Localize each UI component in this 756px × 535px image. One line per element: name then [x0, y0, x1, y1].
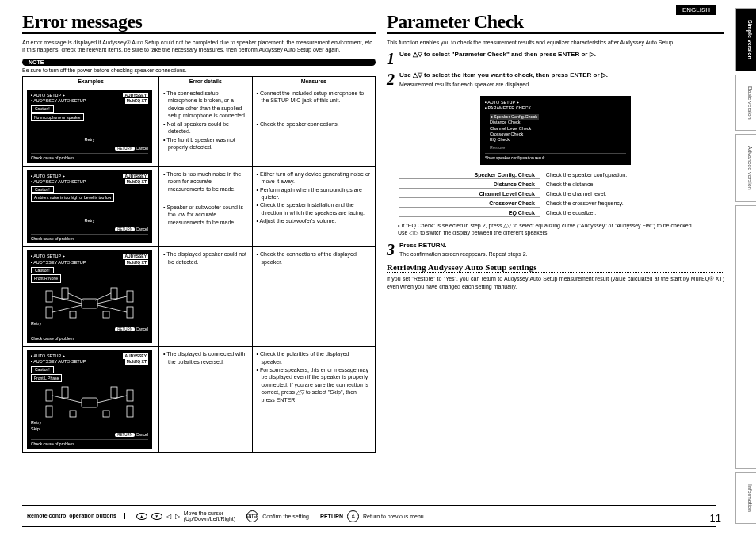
step-3: 3 Press RETURN. The confirmation screen …	[387, 242, 724, 258]
parameter-check-screen: ▪ AUTO SETUP ▸ ▪ PARAMETER CHECK ▸Speake…	[480, 96, 631, 165]
example-screen-4: ▪ AUTO SETUP ▸ AUDYSSEY ▪ AUDYSSEY AUTO …	[27, 350, 152, 449]
svg-rect-17	[127, 390, 133, 401]
svg-rect-2	[127, 291, 133, 302]
svg-line-24	[52, 396, 82, 403]
svg-rect-18	[62, 387, 68, 398]
tab-basic[interactable]: Basic version	[735, 75, 756, 132]
note-badge: NOTE	[22, 59, 376, 66]
step-number: 3	[387, 242, 395, 258]
step-2: 2 Use △▽ to select the item you want to …	[387, 71, 724, 87]
example-screen-2: ▪ AUTO SETUP ▸ AUDYSSEY ▪ AUDYSSEY AUTO …	[27, 170, 152, 244]
cursor-group: ▲ ▼ ◁ ▷ Move the cursor (Up/Down/Left/Ri…	[136, 510, 235, 522]
table-row: ▪ AUTO SETUP ▸ AUDYSSEY ▪ AUDYSSEY AUTO …	[23, 347, 376, 453]
retrieving-text: If you set "Restore" to "Yes", you can r…	[387, 275, 724, 290]
checks-table: Speaker Config. CheckCheck the speaker c…	[398, 170, 724, 219]
error-title: Error messages	[22, 11, 376, 34]
param-title: Parameter Check	[387, 11, 724, 34]
side-tabs: Simple version Basic version Advanced ve…	[735, 8, 756, 527]
page-number: 11	[710, 512, 721, 524]
note-text: Be sure to turn off the power before che…	[22, 67, 376, 73]
enter-group: ENTER Confirm the setting	[246, 510, 309, 522]
retrieving-title: Retrieving Audyssey Auto Setup settings	[387, 262, 724, 273]
svg-line-11	[68, 293, 84, 300]
svg-rect-19	[111, 387, 117, 398]
svg-line-13	[52, 305, 82, 312]
table-row: ▪ AUTO SETUP ▸ AUDYSSEY ▪ AUDYSSEY AUTO …	[23, 86, 376, 166]
example-screen-3: ▪ AUTO SETUP ▸ AUDYSSEY ▪ AUDYSSEY AUTO …	[27, 250, 152, 343]
svg-line-14	[97, 305, 127, 312]
svg-rect-6	[127, 307, 133, 318]
error-intro: An error message is displayed if Audysse…	[22, 39, 376, 54]
tab-simple[interactable]: Simple version	[735, 8, 756, 71]
parameter-check-section: Parameter Check This function enables yo…	[387, 11, 724, 483]
svg-rect-22	[70, 411, 76, 417]
speaker-diagram-icon	[31, 382, 148, 420]
svg-rect-16	[46, 390, 52, 401]
svg-rect-7	[70, 311, 76, 318]
th-examples: Examples	[23, 76, 159, 86]
step-number: 1	[387, 51, 395, 67]
eq-note: • If "EQ Check" is selected in step 2, p…	[398, 222, 724, 237]
svg-rect-1	[46, 291, 52, 302]
return-group: RETURN ⎌ Return to previous menu	[320, 510, 424, 522]
svg-line-25	[97, 396, 127, 403]
down-icon: ▼	[151, 513, 162, 520]
left-icon: ◁	[166, 513, 171, 520]
up-icon: ▲	[136, 513, 147, 520]
return-label: RETURN	[320, 514, 343, 519]
enter-icon: ENTER	[246, 510, 258, 522]
svg-line-12	[95, 293, 111, 300]
table-row: ▪ AUTO SETUP ▸ AUDYSSEY ▪ AUDYSSEY AUTO …	[23, 166, 376, 247]
return-icon: ⎌	[347, 510, 359, 522]
step-1: 1 Use △▽ to select "Parameter Check" and…	[387, 51, 724, 67]
svg-rect-4	[111, 288, 117, 299]
svg-rect-15	[82, 398, 97, 407]
footer-bar: Remote control operation buttons ▲ ▼ ◁ ▷…	[22, 505, 716, 527]
tab-spacer	[735, 205, 756, 469]
example-screen-1: ▪ AUTO SETUP ▸ AUDYSSEY ▪ AUDYSSEY AUTO …	[27, 90, 152, 163]
speaker-diagram-icon	[31, 283, 148, 321]
th-details: Error details	[159, 76, 253, 86]
svg-rect-8	[103, 311, 109, 318]
language-label: ENGLISH	[676, 5, 716, 15]
tab-advanced[interactable]: Advanced version	[735, 134, 756, 202]
footer-label: Remote control operation buttons	[27, 513, 125, 519]
svg-rect-20	[46, 406, 52, 417]
error-messages-section: Error messages An error message is displ…	[22, 11, 376, 483]
svg-rect-5	[46, 307, 52, 318]
error-table: Examples Error details Measures ▪ AUTO S…	[22, 76, 376, 453]
svg-rect-21	[127, 406, 133, 417]
tab-info[interactable]: Information	[735, 472, 756, 524]
th-measures: Measures	[252, 76, 375, 86]
svg-rect-23	[103, 411, 109, 417]
step-number: 2	[387, 71, 395, 87]
param-intro: This function enables you to check the m…	[387, 39, 724, 46]
right-icon: ▷	[175, 513, 180, 520]
svg-rect-3	[62, 288, 68, 299]
table-row: ▪ AUTO SETUP ▸ AUDYSSEY ▪ AUDYSSEY AUTO …	[23, 247, 376, 347]
